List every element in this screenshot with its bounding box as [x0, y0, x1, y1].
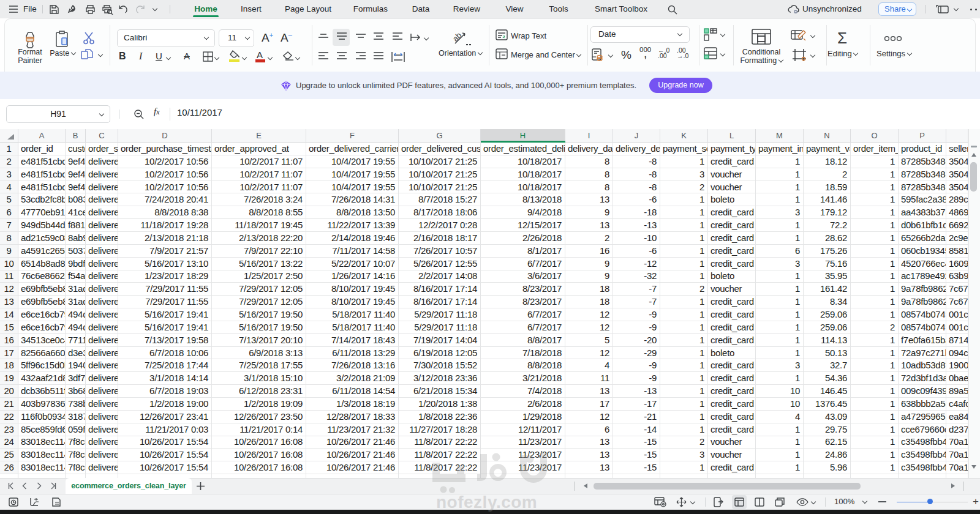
svg-text:ab: ab [453, 31, 464, 43]
